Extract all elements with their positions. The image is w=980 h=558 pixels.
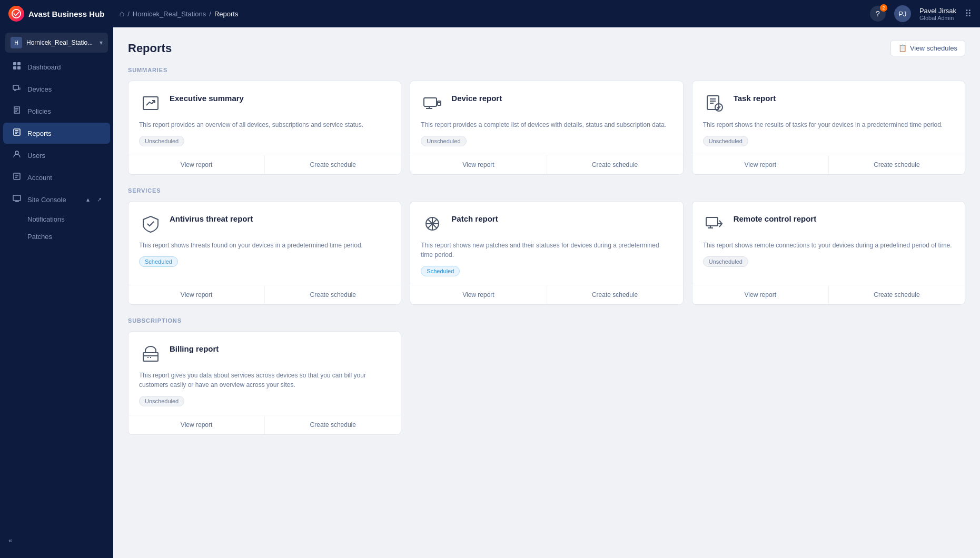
site-console-icon [12,194,22,205]
remote-control-desc: This report shows remote connections to … [703,241,954,250]
patch-report-status: Scheduled [421,266,460,276]
page-header: Reports 📋 View schedules [128,40,965,56]
remote-control-footer: View report Create schedule [692,285,965,304]
topbar-right: ? 2 PJ Pavel Jirsak Global Admin ⠿ [870,5,972,22]
policies-icon [12,106,22,116]
sidebar-bottom: « [0,531,113,550]
billing-report-schedule-button[interactable]: Create schedule [265,415,401,434]
notification-badge: 2 [880,4,887,12]
topbar-left: Avast Business Hub ⌂ / Hornicek_Real_Sta… [8,6,238,22]
antivirus-threat-title: Antivirus threat report [170,212,253,223]
remote-control-schedule-button[interactable]: Create schedule [829,285,965,304]
remote-control-status: Unscheduled [703,256,748,267]
svg-rect-1 [13,62,16,65]
executive-summary-view-button[interactable]: View report [128,155,264,174]
task-report-card: Task report This report shows the result… [692,81,965,175]
patch-report-icon [421,212,444,235]
task-report-schedule-button[interactable]: Create schedule [829,155,965,174]
svg-rect-37 [706,217,718,226]
svg-rect-5 [13,85,18,89]
notifications-button[interactable]: ? 2 [870,6,886,22]
sidebar-item-policies[interactable]: Policies [3,101,110,122]
antivirus-threat-desc: This report shows threats found on your … [139,241,390,250]
org-selector[interactable]: H Hornicek_Real_Statio... ▾ [5,33,108,53]
billing-report-title: Billing report [170,342,219,353]
collapse-icon: « [8,536,12,544]
sidebar-item-patches[interactable]: Patches [3,228,110,245]
user-role: Global Admin [919,15,956,21]
executive-summary-card: Executive summary This report provides a… [128,81,401,175]
sidebar-label-dashboard: Dashboard [27,63,61,71]
content-area: Reports 📋 View schedules SUMMARIES [113,27,980,558]
antivirus-threat-schedule-button[interactable]: Create schedule [265,285,401,304]
billing-report-view-button[interactable]: View report [128,415,264,434]
page-title: Reports [128,42,172,55]
executive-summary-footer: View report Create schedule [128,155,401,174]
remote-control-card: Remote control report This report shows … [692,201,965,305]
collapse-sidebar-button[interactable]: « [8,536,105,544]
antivirus-icon [139,212,162,235]
patch-report-card: Patch report This report shows new patch… [410,201,683,305]
device-report-title: Device report [451,92,502,103]
patch-report-view-button[interactable]: View report [410,285,546,304]
breadcrumb: ⌂ / Hornicek_Real_Stations / Reports [120,9,239,18]
sidebar-item-dashboard[interactable]: Dashboard [3,56,110,77]
avast-logo [8,6,24,22]
device-report-footer: View report Create schedule [410,155,682,174]
brand-name: Avast Business Hub [28,9,105,18]
billing-report-footer: View report Create schedule [128,415,401,434]
svg-rect-2 [17,62,21,65]
subscriptions-section-label: SUBSCRIPTIONS [128,317,965,324]
home-icon[interactable]: ⌂ [120,9,125,18]
view-schedules-button[interactable]: 📋 View schedules [890,40,965,56]
dashboard-icon [12,62,22,72]
svg-rect-4 [17,66,21,69]
user-avatar[interactable]: PJ [894,5,911,22]
breadcrumb-org[interactable]: Hornicek_Real_Stations [133,10,206,18]
topbar: Avast Business Hub ⌂ / Hornicek_Real_Sta… [0,0,980,27]
remote-control-view-button[interactable]: View report [692,285,828,304]
sidebar-label-devices: Devices [27,85,52,93]
antivirus-threat-footer: View report Create schedule [128,285,401,304]
device-report-view-button[interactable]: View report [410,155,546,174]
sidebar-item-account[interactable]: Account [3,167,110,188]
sidebar: H Hornicek_Real_Statio... ▾ Dashboard De… [0,27,113,558]
sidebar-item-notifications[interactable]: Notifications [3,211,110,227]
user-name: Pavel Jirsak [919,7,956,15]
summaries-grid: Executive summary This report provides a… [128,81,965,175]
svg-point-14 [15,151,18,154]
antivirus-threat-view-button[interactable]: View report [128,285,264,304]
sidebar-item-devices[interactable]: Devices [3,78,110,99]
services-section-label: SERVICES [128,187,965,194]
patch-report-schedule-button[interactable]: Create schedule [547,285,683,304]
patch-report-footer: View report Create schedule [410,285,682,304]
org-name: Hornicek_Real_Statio... [26,39,95,46]
device-report-schedule-button[interactable]: Create schedule [547,155,683,174]
device-report-icon [421,92,444,115]
sidebar-item-site-console[interactable]: Site Console ▴ ↗ [3,189,110,210]
sidebar-item-users[interactable]: Users [3,145,110,166]
chevron-down-icon: ▾ [100,39,103,46]
external-link-icon: ↗ [97,196,102,203]
subscriptions-grid: Billing report This report gives you dat… [128,331,965,435]
remote-control-icon [703,212,726,235]
task-report-view-button[interactable]: View report [692,155,828,174]
services-grid: Antivirus threat report This report show… [128,201,965,305]
svg-rect-15 [14,173,20,180]
device-report-card: Device report This report provides a com… [410,81,683,175]
sidebar-item-reports[interactable]: Reports [3,123,110,144]
users-icon [12,150,22,161]
task-report-icon [703,92,726,115]
app-grid-icon[interactable]: ⠿ [965,8,972,19]
devices-icon [12,84,22,94]
remote-control-title: Remote control report [734,212,817,223]
device-report-desc: This report provides a complete list of … [421,120,672,129]
main-layout: H Hornicek_Real_Statio... ▾ Dashboard De… [0,27,980,558]
chevron-up-icon: ▴ [86,196,90,203]
antivirus-threat-status: Scheduled [139,256,178,267]
sidebar-label-notifications: Notifications [27,215,65,223]
sidebar-label-site-console: Site Console [27,196,66,204]
executive-summary-schedule-button[interactable]: Create schedule [265,155,401,174]
sidebar-label-users: Users [27,152,45,160]
device-report-status: Unscheduled [421,136,466,146]
